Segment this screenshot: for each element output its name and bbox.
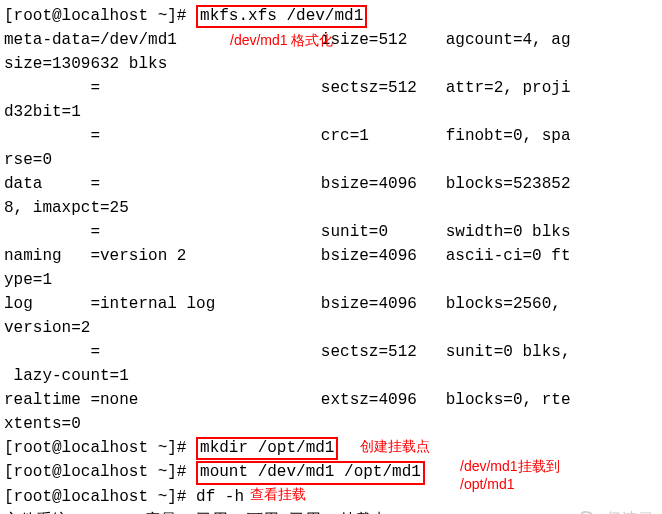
out-l9: = sunit=0 swidth=0 blks xyxy=(4,220,658,244)
out-l13: version=2 xyxy=(4,316,658,340)
out-l8: 8, imaxpct=25 xyxy=(4,196,658,220)
anno-mkdir: 创建挂载点 xyxy=(360,436,430,457)
anno-df: 查看挂载 xyxy=(250,484,306,505)
out-l7: data = bsize=4096 blocks=523852 xyxy=(4,172,658,196)
out-l10: naming =version 2 bsize=4096 ascii-ci=0 … xyxy=(4,244,658,268)
cmd-line-1: [root@localhost ~]# mkfs.xfs /dev/md1 xyxy=(4,4,658,28)
df-header: 文件系统 容量 已用 可用 已用% 挂载点 xyxy=(4,509,658,514)
out-l5: = crc=1 finobt=0, spa xyxy=(4,124,658,148)
out-l3: = sectsz=512 attr=2, proji xyxy=(4,76,658,100)
watermark: 亿速云 xyxy=(574,507,654,514)
anno-format: /dev/md1 格式化 xyxy=(230,30,333,51)
prompt-1: [root@localhost ~]# xyxy=(4,7,196,25)
out-l15: lazy-count=1 xyxy=(4,364,658,388)
out-l4: d32bit=1 xyxy=(4,100,658,124)
out-l17: xtents=0 xyxy=(4,412,658,436)
watermark-text: 亿速云 xyxy=(606,507,654,514)
anno-mount-b: /opt/md1 xyxy=(460,474,514,495)
cmd-mkdir: mkdir /opt/md1 xyxy=(196,437,338,460)
cmd-mkfs: mkfs.xfs /dev/md1 xyxy=(196,5,367,28)
cmd-line-2: [root@localhost ~]# mkdir /opt/md1 xyxy=(4,436,658,460)
out-l6: rse=0 xyxy=(4,148,658,172)
out-l11: ype=1 xyxy=(4,268,658,292)
out-l12: log =internal log bsize=4096 blocks=2560… xyxy=(4,292,658,316)
out-l2: size=1309632 blks xyxy=(4,52,658,76)
out-l16: realtime =none extsz=4096 blocks=0, rte xyxy=(4,388,658,412)
prompt-2: [root@localhost ~]# xyxy=(4,439,196,457)
cmd-line-3: [root@localhost ~]# mount /dev/md1 /opt/… xyxy=(4,460,658,484)
cmd-mount: mount /dev/md1 /opt/md1 xyxy=(196,461,425,484)
cloud-icon xyxy=(574,510,602,514)
prompt-3: [root@localhost ~]# xyxy=(4,463,196,481)
cmd-line-4: [root@localhost ~]# df -h xyxy=(4,485,658,509)
out-l14: = sectsz=512 sunit=0 blks, xyxy=(4,340,658,364)
